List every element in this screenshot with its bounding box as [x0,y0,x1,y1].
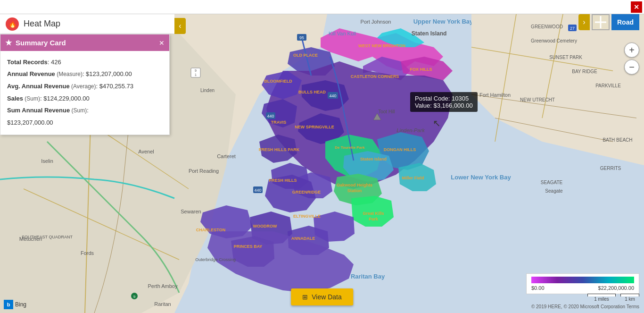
annual-revenue-row: Annual Revenue (Measure): $123,207,000.0… [7,68,163,80]
svg-text:CHARLESTON: CHARLESTON [196,228,225,232]
summary-card-title: Summary Card [16,39,66,47]
svg-text:95: 95 [299,35,304,40]
svg-text:BAY RIDGE: BAY RIDGE [572,69,597,74]
svg-text:FRESH HILLS: FRESH HILLS [269,178,297,183]
sales-value: : $124,229,000.00 [40,95,90,102]
svg-text:De Tourette Park: De Tourette Park [335,145,365,150]
road-map-button[interactable]: Road [611,14,639,30]
annual-revenue-value: : $123,207,000.00 [83,70,132,77]
bing-icon: b [4,300,13,309]
sales-row: Sales (Sum): $124,229,000.00 [7,93,163,104]
svg-text:BULLS HEAD: BULLS HEAD [298,90,326,94]
avg-revenue-row: Avg. Annual Revenue (Average): $470,255.… [7,81,163,92]
bing-label: Bing [15,301,26,308]
svg-text:Greenwood Cemetery: Greenwood Cemetery [531,38,577,43]
bing-logo: b Bing [4,300,26,309]
svg-text:WOODROW: WOODROW [253,224,277,228]
svg-text:Sewaren: Sewaren [181,209,201,214]
map-controls: + − [624,42,639,75]
svg-text:SUNSET PARK: SUNSET PARK [549,55,582,60]
svg-text:OLD PLACE: OLD PLACE [293,53,318,58]
svg-text:CASTLETON CORNERS: CASTLETON CORNERS [351,74,399,79]
svg-text:FOX HILLS: FOX HILLS [410,67,432,72]
svg-text:Staten Island: Staten Island [360,157,387,161]
svg-text:440: 440 [267,114,274,118]
svg-text:FRESH HILLS PARK: FRESH HILLS PARK [259,147,300,152]
svg-text:GERRITS: GERRITS [600,166,621,171]
svg-text:Carteret: Carteret [217,153,236,159]
svg-text:Fort Hamilton: Fort Hamilton [479,92,511,98]
svg-text:Raritan Bay: Raritan Bay [351,273,385,280]
total-records-row: Total Records: 426 [7,57,163,68]
svg-text:Staten Island: Staten Island [412,30,447,37]
svg-text:440: 440 [254,188,261,193]
sales-sub: (Sum) [23,95,40,102]
legend-gradient [531,277,634,283]
summary-card-header: ★ Summary Card ✕ [0,34,169,51]
svg-text:27: 27 [570,26,575,31]
svg-text:Linden-Park: Linden-Park [396,127,425,133]
svg-text:Port Johnson: Port Johnson [361,19,391,25]
svg-text:NEW UTRECHT: NEW UTRECHT [520,97,555,102]
svg-text:9: 9 [195,69,197,72]
star-icon: ★ [5,38,12,47]
legend-min-label: $0.00 [531,285,545,291]
road-map-thumbnail [592,14,610,30]
svg-text:Fords: Fords [81,250,94,256]
copyright-text: © 2019 HERE, © 2020 Microsoft Corporatio… [531,304,639,309]
map-container: Upper New York Bay 27 Lower New York Bay… [0,0,644,313]
svg-text:Park: Park [369,217,379,221]
collapse-panel-button[interactable]: ‹ [174,18,186,34]
expand-map-type-button[interactable]: › [578,14,590,30]
svg-text:Station: Station [347,188,362,193]
svg-text:SEAGATE: SEAGATE [541,180,563,185]
svg-text:DONGAN HILLS: DONGAN HILLS [384,147,416,152]
scale-km-label: 1 km [625,296,635,302]
table-icon: ⊞ [302,293,308,301]
svg-text:ANNADALE: ANNADALE [291,236,315,241]
close-window-button[interactable]: ✕ [631,1,642,13]
chevron-left-icon: ‹ [179,22,181,30]
svg-text:BLOOMFIELD: BLOOMFIELD [264,79,292,84]
avg-revenue-sub: (Average) [70,83,96,90]
view-data-button[interactable]: ⊞ View Data [291,288,353,305]
heat-map-icon: 🔥 [6,17,19,31]
svg-text:1: 1 [195,73,197,76]
road-button-area: › Road [578,14,639,30]
svg-text:Iselin: Iselin [41,158,53,164]
svg-text:440: 440 [329,93,336,98]
svg-text:Great Kills: Great Kills [363,211,384,216]
heat-map-title: Heat Map [24,19,60,29]
top-bar: ✕ [0,0,644,14]
sales-label: Sales [7,95,23,102]
heat-map-header: 🔥 Heat Map [0,14,174,34]
summary-card-close-button[interactable]: ✕ [159,39,165,47]
svg-text:GREENWOOD: GREENWOOD [531,24,563,29]
summary-card: ★ Summary Card ✕ Total Records: 426 Annu… [0,34,170,135]
sum-revenue-amount: $123,207,000.00 [7,119,53,126]
annual-revenue-label: Annual Revenue [7,70,55,77]
map-legend: $0.00 $22,200,000.00 [526,273,639,294]
sum-revenue-amount-row: $123,207,000.00 [7,117,163,128]
svg-text:SOUTHEAST QUADRANT: SOUTHEAST QUADRANT [22,235,73,239]
svg-text:NEW SPRINGVILLE: NEW SPRINGVILLE [295,125,334,129]
svg-text:PRINCES BAY: PRINCES BAY [234,244,263,249]
svg-text:PARKVILLE: PARKVILLE [595,83,621,88]
sum-revenue-label: Sum Annual Revenue [7,107,70,114]
svg-text:Lower New York Bay: Lower New York Bay [451,174,511,181]
svg-text:9: 9 [133,295,136,299]
svg-text:Raritan: Raritan [154,301,171,307]
svg-text:Toot Hill: Toot Hill [378,109,395,114]
sum-revenue-row: Sum Annual Revenue (Sum): [7,105,163,116]
zoom-in-button[interactable]: + [624,42,639,58]
view-data-label: View Data [312,293,342,301]
svg-text:Oakwood Heights: Oakwood Heights [337,183,372,187]
svg-text:Linden: Linden [200,88,215,93]
legend-labels: $0.00 $22,200,000.00 [531,285,634,291]
svg-text:ELTINGVILLE: ELTINGVILLE [293,214,321,219]
svg-text:Port Reading: Port Reading [189,168,219,174]
zoom-out-button[interactable]: − [624,59,639,75]
summary-card-body: Total Records: 426 Annual Revenue (Measu… [0,51,169,135]
total-records-label: Total Records [7,59,48,66]
svg-text:GREENRIDGE: GREENRIDGE [292,190,321,195]
